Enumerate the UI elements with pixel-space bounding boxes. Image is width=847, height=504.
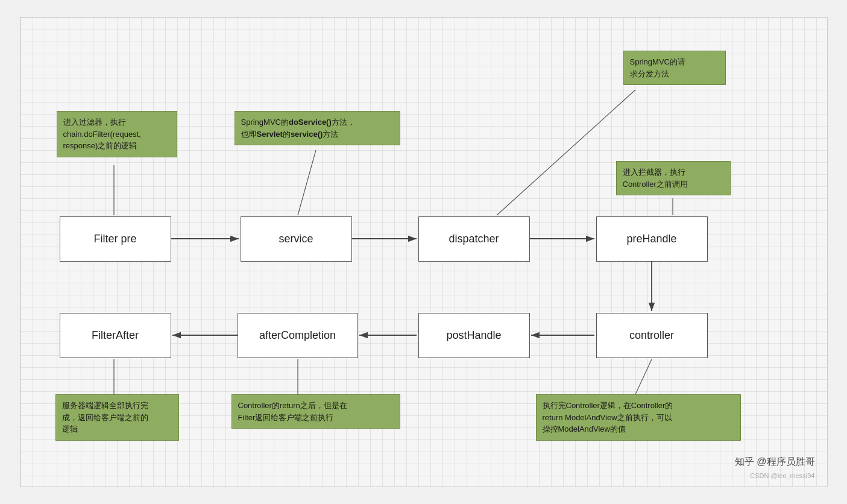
csdn-label: CSDN @leo_messi94 — [750, 472, 814, 479]
note-posthandle: Controller的return之后，但是在 Filter返回给客户端之前执行 — [231, 394, 400, 429]
note-filterafter: 服务器端逻辑全部执行完 成，返回给客户端之前的 逻辑 — [55, 394, 179, 441]
svg-line-15 — [635, 359, 652, 394]
flow-box-filterafter: FilterAfter — [60, 313, 171, 358]
note-controller: 执行完Controller逻辑，在Controller的 return Mode… — [536, 394, 741, 441]
flow-box-filter-pre: Filter pre — [60, 216, 171, 262]
note-springmvc: SpringMVC的请 求分发方法 — [623, 51, 726, 85]
note-prehandle: 进入拦截器，执行 Controller之前调用 — [616, 161, 731, 195]
flow-box-service: service — [241, 216, 352, 262]
flow-box-prehandle: preHandle — [596, 216, 708, 262]
flow-box-controller: controller — [596, 313, 708, 358]
diagram-container: Filter pre service dispatcher preHandle … — [20, 17, 828, 487]
svg-line-11 — [497, 90, 635, 215]
flow-box-dispatcher: dispatcher — [418, 216, 530, 262]
flow-box-aftercompletion: afterCompletion — [238, 313, 358, 358]
watermark: 知乎 @程序员胜哥 — [735, 456, 815, 468]
note-filter-pre: 进入过滤器，执行 chain.doFilter(request, respons… — [57, 111, 177, 157]
flow-box-posthandle: postHandle — [418, 313, 530, 358]
note-service: SpringMVC的doService()方法，也即Servlet的servic… — [235, 111, 400, 145]
svg-line-10 — [298, 150, 316, 215]
